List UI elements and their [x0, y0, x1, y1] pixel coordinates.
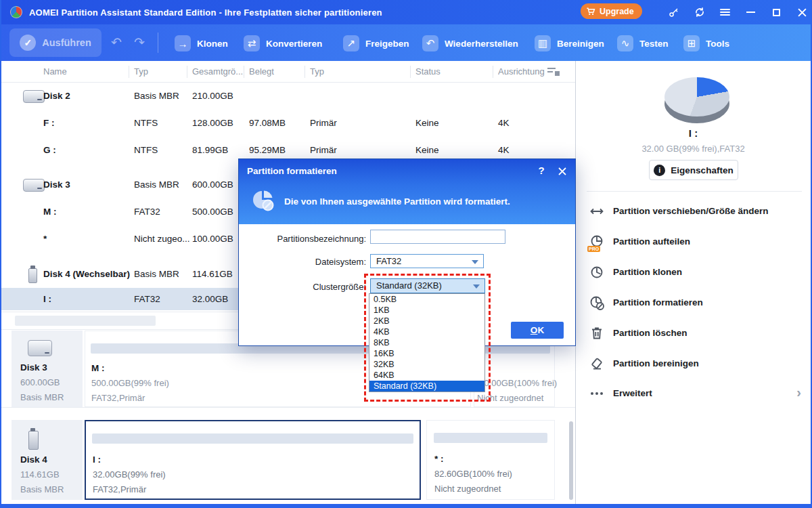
- dialog-banner-text: Die von Ihnen ausgewählte Partition wird…: [284, 196, 510, 207]
- option-standard-selected[interactable]: Standard (32KB): [369, 381, 484, 391]
- vertical-scrollbar[interactable]: [569, 421, 573, 500]
- table-row-f[interactable]: F : NTFS 128.00GB 97.08MB Primär Keine 4…: [1, 110, 575, 137]
- shredder-icon: ▥: [535, 35, 551, 51]
- maximize-button[interactable]: [767, 0, 785, 24]
- right-panel: I : 32.00 GB(99% frei),FAT32 Eigenschaft…: [575, 61, 811, 504]
- action-clone-partition[interactable]: Partition klonen: [576, 257, 811, 287]
- filesystem-select[interactable]: FAT32: [370, 254, 484, 268]
- wipe-icon: [589, 356, 605, 372]
- volume-pie-chart: [664, 77, 729, 117]
- test-icon: ∿: [617, 35, 633, 51]
- app-logo-icon: [10, 6, 22, 18]
- partition-usage-bar: [434, 433, 547, 443]
- option-32kb[interactable]: 32KB: [369, 359, 484, 370]
- format-pie-icon: [251, 189, 275, 213]
- option-64kb[interactable]: 64KB: [369, 370, 484, 381]
- volume-label: I :: [576, 127, 811, 139]
- toolbar-button-share[interactable]: ↗ Freigeben: [343, 35, 409, 52]
- restore-icon: ↶: [422, 35, 438, 51]
- close-button[interactable]: [793, 0, 811, 24]
- register-key-icon[interactable]: [664, 0, 682, 24]
- usb-icon: [28, 431, 39, 450]
- hdd-icon: [23, 90, 45, 103]
- toolbar-button-wipe[interactable]: ▥ Bereinigen: [535, 35, 604, 52]
- toolbar-button-clone[interactable]: → Klonen: [175, 35, 228, 52]
- convert-icon: ⇄: [244, 35, 260, 51]
- option-2kb[interactable]: 2KB: [369, 316, 484, 326]
- update-sync-icon[interactable]: [691, 0, 708, 24]
- properties-button[interactable]: Eigenschaften: [649, 160, 738, 180]
- action-split-partition[interactable]: PRO Partition aufteilen: [576, 226, 811, 257]
- menu-icon[interactable]: [716, 0, 734, 24]
- chevron-down-icon: [472, 260, 478, 264]
- dialog-close-button[interactable]: [556, 165, 569, 178]
- split-icon: PRO: [589, 234, 605, 250]
- toolbar-button-tools[interactable]: ⊞ Tools: [683, 35, 729, 52]
- dialog-banner: Die von Ihnen ausgewählte Partition wird…: [251, 189, 510, 213]
- col-align[interactable]: Ausrichtung: [498, 66, 547, 77]
- cluster-size-label: Clustergröße:: [244, 280, 366, 294]
- action-delete-partition[interactable]: Partition löschen: [576, 318, 811, 348]
- toolbar-button-restore[interactable]: ↶ Wiederherstellen: [422, 35, 518, 52]
- disk4-label-box[interactable]: Disk 4 114.61GB Basis MBR: [12, 420, 83, 500]
- table-header: Name Typ Gesamtgrö... Belegt Typ Status …: [1, 61, 577, 83]
- option-1kb[interactable]: 1KB: [369, 305, 484, 316]
- info-icon: [654, 165, 665, 176]
- window-title: AOMEI Partition Assistant Standard Editi…: [29, 7, 382, 18]
- undo-icon[interactable]: ↶: [111, 35, 122, 51]
- toolbar-divider: [158, 33, 158, 53]
- upgrade-button[interactable]: Upgrade: [581, 3, 642, 19]
- dialog-header: Partition formatieren ? Die von Ihnen au…: [239, 159, 575, 224]
- tools-icon: ⊞: [683, 35, 700, 51]
- upgrade-label: Upgrade: [600, 7, 634, 16]
- volume-info: 32.00 GB(99% frei),FAT32: [576, 144, 811, 154]
- option-16kb[interactable]: 16KB: [369, 348, 484, 359]
- dialog-title: Partition formatieren: [247, 166, 337, 176]
- more-dots-icon: [589, 385, 605, 402]
- col-ptype[interactable]: Typ: [310, 66, 324, 77]
- chevron-right-icon: ›: [796, 384, 801, 400]
- action-format-partition[interactable]: Partition formatieren: [576, 287, 811, 318]
- toolbar-button-test[interactable]: ∿ Testen: [617, 35, 669, 52]
- cluster-size-select[interactable]: Standard (32KB): [370, 278, 485, 293]
- partition-block-unallocated-disk4[interactable]: * : 82.60GB(100% frei) Nicht zugeordnet: [426, 420, 555, 500]
- option-8kb[interactable]: 8KB: [369, 337, 484, 348]
- col-size[interactable]: Gesamtgrö...: [192, 66, 243, 77]
- option-4kb[interactable]: 4KB: [369, 326, 484, 337]
- action-wipe-partition[interactable]: Partition bereinigen: [576, 348, 811, 379]
- option-0-5kb[interactable]: 0.5KB: [369, 294, 484, 305]
- chevron-down-icon: [473, 284, 480, 289]
- disk3-label-box[interactable]: Disk 3 600.00GB Basis MBR: [12, 331, 83, 407]
- table-row-disk2[interactable]: Disk 2 Basis MBR 210.00GB: [1, 83, 575, 110]
- hdd-icon: [23, 179, 45, 192]
- cluster-size-dropdown-list: 0.5KB 1KB 2KB 4KB 8KB 16KB 32KB 64KB Sta…: [369, 293, 485, 392]
- title-bar: AOMEI Partition Assistant Standard Editi…: [1, 0, 811, 24]
- partition-block-i-selected[interactable]: I : 32.00GB(99% frei) FAT32,Primär: [85, 420, 421, 500]
- app-window: AOMEI Partition Assistant Standard Editi…: [1, 0, 811, 504]
- hdd-icon: [28, 340, 52, 356]
- action-advanced[interactable]: Erweitert ›: [576, 378, 811, 408]
- column-settings-icon[interactable]: [547, 66, 560, 77]
- col-typ[interactable]: Typ: [134, 66, 148, 77]
- partition-label-input[interactable]: [370, 230, 505, 244]
- ok-button[interactable]: OK: [511, 322, 564, 339]
- col-status[interactable]: Status: [415, 66, 441, 77]
- col-name[interactable]: Name: [43, 66, 67, 77]
- check-icon: ✓: [20, 35, 36, 51]
- filesystem-label: Dateisystem:: [244, 255, 366, 269]
- redo-icon[interactable]: ↷: [134, 35, 145, 51]
- dialog-help-button[interactable]: ?: [535, 165, 548, 176]
- toolbar-button-convert[interactable]: ⇄ Konvertieren: [244, 35, 322, 52]
- format-icon: [589, 295, 605, 311]
- minimize-button[interactable]: [742, 0, 759, 24]
- partition-label-label: Partitionsbezeichnung:: [244, 232, 366, 246]
- clone-icon: →: [175, 35, 191, 51]
- col-used[interactable]: Belegt: [249, 66, 274, 77]
- action-resize-partition[interactable]: Partition verschieben/Größe ändern: [576, 196, 811, 226]
- apply-button[interactable]: ✓ Ausführen: [9, 28, 102, 57]
- clone-partition-icon: [589, 264, 605, 280]
- trash-icon: [589, 325, 605, 341]
- panel-divider: [587, 191, 802, 192]
- partition-usage-bar: [92, 433, 413, 444]
- share-icon: ↗: [343, 35, 359, 51]
